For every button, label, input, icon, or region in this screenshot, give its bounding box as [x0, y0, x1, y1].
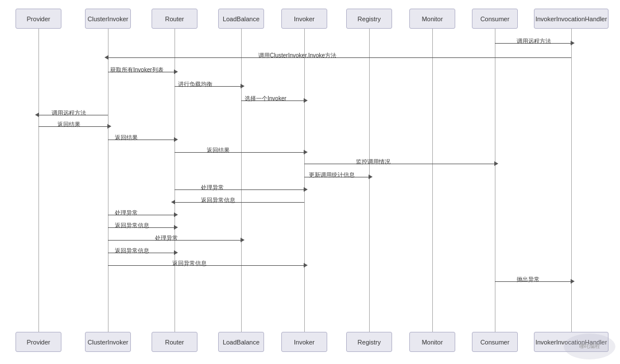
arrow-label-2: 获取所有Invoker列表	[110, 66, 164, 74]
sequence-diagram: ProviderProviderClusterInvokerClusterInv…	[0, 0, 620, 364]
arrow-1	[108, 57, 571, 58]
lifeline-monitor	[432, 29, 433, 332]
arrow-label-6: 返回结果	[57, 121, 80, 129]
actor-top-loadbalance: LoadBalance	[218, 9, 264, 29]
arrow-label-15: 处理异常	[155, 234, 178, 242]
actor-top-clusterinvoker: ClusterInvoker	[85, 9, 131, 29]
arrow-label-14: 返回异常信息	[115, 222, 149, 230]
lifeline-consumer	[495, 29, 495, 332]
arrow-label-10: 更新调用统计信息	[309, 171, 355, 179]
watermark: 哪吒编程	[564, 334, 615, 359]
actor-bottom-invoker: Invoker	[281, 332, 327, 352]
arrow-label-16: 返回异常信息	[115, 247, 149, 255]
arrow-label-12: 返回异常信息	[201, 196, 235, 204]
actor-top-invokerhandler: InvokerInvocationHandler	[534, 9, 609, 29]
arrow-label-5: 调用远程方法	[52, 109, 86, 117]
arrow-label-8: 返回结果	[207, 146, 230, 154]
arrow-11	[175, 189, 304, 190]
actor-bottom-registry: Registry	[346, 332, 392, 352]
arrow-label-1: 调用ClusterInvoker.Invoke方法	[258, 52, 336, 60]
arrow-label-7: 返回结果	[115, 134, 138, 142]
lifeline-router	[175, 29, 175, 332]
arrow-label-13: 处理异常	[115, 209, 138, 217]
arrow-9	[304, 164, 495, 164]
actor-top-registry: Registry	[346, 9, 392, 29]
arrow-label-4: 选择一个Invoker	[245, 95, 286, 103]
actor-top-monitor: Monitor	[409, 9, 455, 29]
actor-bottom-consumer: Consumer	[472, 332, 518, 352]
arrow-8	[175, 152, 304, 153]
arrow-label-17: 返回异常信息	[172, 260, 207, 268]
lifeline-invokerhandler	[571, 29, 572, 332]
actor-top-invoker: Invoker	[281, 9, 327, 29]
arrow-label-3: 进行负载均衡	[178, 80, 212, 88]
arrow-12	[175, 202, 304, 203]
arrow-label-0: 调用远程方法	[517, 37, 551, 45]
actor-bottom-monitor: Monitor	[409, 332, 455, 352]
lifeline-loadbalance	[241, 29, 242, 332]
lifeline-invoker	[304, 29, 305, 332]
actor-top-consumer: Consumer	[472, 9, 518, 29]
actor-top-provider: Provider	[16, 9, 61, 29]
actor-bottom-router: Router	[152, 332, 197, 352]
arrow-label-9: 监控调用情况	[356, 158, 390, 166]
actor-bottom-provider: Provider	[16, 332, 61, 352]
actor-top-router: Router	[152, 9, 197, 29]
arrow-label-11: 处理异常	[201, 184, 224, 192]
actor-bottom-loadbalance: LoadBalance	[218, 332, 264, 352]
lifeline-registry	[369, 29, 370, 332]
lifeline-clusterinvoker	[108, 29, 108, 332]
arrow-label-18: 抛出异常	[517, 276, 540, 284]
lifeline-provider	[38, 29, 39, 332]
actor-bottom-clusterinvoker: ClusterInvoker	[85, 332, 131, 352]
